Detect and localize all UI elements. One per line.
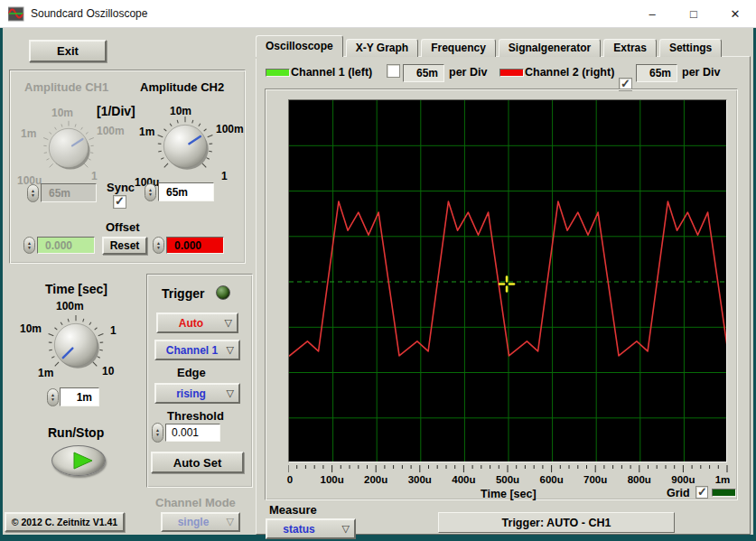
spin-down-icon: ▼ bbox=[27, 246, 32, 250]
time-knob[interactable] bbox=[43, 312, 108, 378]
tab-extras[interactable]: Extras bbox=[603, 39, 657, 57]
run-stop-button[interactable] bbox=[51, 445, 106, 476]
channel1-color-swatch bbox=[266, 69, 290, 77]
trigger-mode-value: Auto bbox=[179, 317, 203, 330]
channel1-label: Channel 1 (left) bbox=[291, 66, 372, 79]
channel1-per-div-label: per Div bbox=[449, 66, 487, 79]
offset-label: Offset bbox=[106, 220, 140, 234]
channel2-label: Channel 2 (right) bbox=[525, 66, 614, 79]
window-edge-left bbox=[0, 28, 3, 541]
copyright-button[interactable]: © 2012 C. Zeitnitz V1.41 bbox=[5, 512, 125, 532]
amplitude-ch2-knob[interactable] bbox=[153, 114, 218, 179]
x-tick-label: 300u bbox=[408, 474, 432, 485]
trigger-edge-dropdown[interactable]: rising ▽ bbox=[154, 383, 240, 404]
channel2-per-div-label: per Div bbox=[682, 66, 720, 79]
dropdown-arrow-icon: ▽ bbox=[342, 523, 350, 535]
x-tick-label: 100u bbox=[320, 474, 343, 485]
x-axis-ticks bbox=[288, 465, 728, 473]
offset-ch2-spinner[interactable]: ▲▼ bbox=[153, 237, 164, 254]
time-title: Time [sec] bbox=[45, 282, 107, 296]
trigger-mode-dropdown[interactable]: Auto ▽ bbox=[156, 312, 238, 333]
threshold-spinner[interactable]: ▲▼ bbox=[152, 423, 163, 443]
time-scale-10m: 10m bbox=[20, 322, 42, 335]
app-window: Soundcard Oszilloscope – □ ✕ Exit Amplit… bbox=[0, 0, 756, 541]
trigger-status-display: Trigger: AUTO - CH1 bbox=[438, 512, 675, 533]
channel1-per-div-value[interactable]: 65m bbox=[403, 64, 444, 82]
measure-label: Measure bbox=[269, 503, 317, 517]
x-tick-label: 700u bbox=[583, 474, 607, 485]
ch2-scale-100m: 100m bbox=[216, 123, 244, 135]
grid-label: Grid bbox=[667, 487, 690, 499]
run-stop-label: Run/Stop bbox=[48, 425, 104, 440]
trigger-edge-value: rising bbox=[176, 387, 206, 400]
offset-reset-button[interactable]: Reset bbox=[102, 237, 147, 255]
app-icon bbox=[8, 6, 24, 22]
time-spinner[interactable]: ▲▼ bbox=[47, 388, 59, 406]
dropdown-arrow-icon: ▽ bbox=[227, 344, 234, 356]
trigger-source-dropdown[interactable]: Channel 1 ▽ bbox=[154, 340, 240, 360]
x-tick-label: 0 bbox=[287, 474, 293, 485]
maximize-icon[interactable]: □ bbox=[673, 0, 714, 28]
oscilloscope-page: Channel 1 (left) 65m per Div Channel 2 (… bbox=[256, 56, 751, 535]
measure-dropdown[interactable]: status ▽ bbox=[266, 518, 356, 539]
channel1-enable-checkbox[interactable] bbox=[387, 64, 400, 78]
amplitude-ch1-title: Amplitude CH1 bbox=[24, 80, 108, 94]
amplitude-ch2-value[interactable]: 65m bbox=[158, 182, 214, 201]
time-value[interactable]: 1m bbox=[60, 387, 99, 406]
x-tick-label: 200u bbox=[364, 474, 387, 485]
oscilloscope-plot[interactable] bbox=[288, 99, 727, 462]
grid-checkbox[interactable] bbox=[695, 486, 708, 499]
time-scale-1: 1 bbox=[110, 324, 117, 337]
tab-settings[interactable]: Settings bbox=[659, 39, 722, 57]
sync-checkbox[interactable] bbox=[113, 195, 126, 209]
close-icon[interactable]: ✕ bbox=[714, 0, 756, 28]
window-edge-bottom bbox=[0, 535, 756, 541]
threshold-label: Threshold bbox=[167, 409, 224, 423]
auto-set-button[interactable]: Auto Set bbox=[151, 452, 244, 473]
ch1-scale-1m: 1m bbox=[21, 127, 36, 140]
channel-mode-value: single bbox=[178, 516, 210, 528]
amplitude-ch2-spinner[interactable]: ▲▼ bbox=[145, 183, 156, 201]
tab-oscilloscope[interactable]: Oscilloscope bbox=[256, 35, 343, 57]
edge-label: Edge bbox=[177, 366, 206, 379]
spin-down-icon[interactable]: ▼ bbox=[156, 246, 161, 250]
x-tick-label: 800u bbox=[628, 474, 651, 485]
minimize-icon[interactable]: – bbox=[631, 0, 673, 28]
measure-value: status bbox=[283, 523, 314, 536]
offset-ch1-value: 0.000 bbox=[37, 237, 95, 254]
channel2-color-swatch bbox=[499, 69, 524, 77]
dropdown-arrow-icon: ▽ bbox=[227, 387, 234, 399]
ch1-scale-10m: 10m bbox=[51, 107, 73, 119]
tab-strip: Oscilloscope X-Y Graph Frequency Signalg… bbox=[256, 35, 724, 57]
amplitude-ch1-spinner: ▲▼ bbox=[27, 184, 39, 202]
trigger-led bbox=[216, 285, 230, 300]
trigger-source-value: Channel 1 bbox=[166, 344, 218, 357]
x-tick-label: 400u bbox=[452, 474, 475, 485]
channel2-per-div-value[interactable]: 65m bbox=[636, 64, 677, 82]
amplitude-panel: Amplitude CH1 Amplitude CH2 [1/Div] 10m … bbox=[9, 70, 246, 264]
dropdown-arrow-icon: ▽ bbox=[225, 317, 232, 329]
tab-xy-graph[interactable]: X-Y Graph bbox=[346, 39, 418, 57]
tab-frequency[interactable]: Frequency bbox=[421, 39, 496, 57]
channel-mode-dropdown: single ▽ bbox=[161, 512, 240, 532]
x-tick-label: 500u bbox=[496, 474, 519, 485]
spin-down-icon: ▼ bbox=[31, 193, 35, 198]
spin-down-icon[interactable]: ▼ bbox=[51, 397, 55, 402]
spin-down-icon[interactable]: ▼ bbox=[155, 433, 160, 437]
threshold-value[interactable]: 0.001 bbox=[165, 424, 220, 442]
exit-button[interactable]: Exit bbox=[29, 40, 107, 62]
spin-down-icon[interactable]: ▼ bbox=[148, 192, 153, 197]
offset-ch2-value[interactable]: 0.000 bbox=[166, 237, 224, 254]
amplitude-ch1-value: 65m bbox=[41, 183, 97, 202]
graph-frame: 0100u200u300u400u500u600u700u800u900u1m … bbox=[265, 89, 738, 500]
x-tick-label: 600u bbox=[539, 474, 563, 485]
tab-signalgenerator[interactable]: Signalgenerator bbox=[499, 39, 601, 57]
offset-ch1-spinner: ▲▼ bbox=[23, 237, 35, 254]
sync-label: Sync bbox=[107, 181, 135, 194]
dropdown-arrow-icon: ▽ bbox=[227, 516, 234, 527]
titlebar[interactable]: Soundcard Oszilloscope – □ ✕ bbox=[0, 0, 756, 28]
channel-mode-label: Channel Mode bbox=[155, 496, 236, 509]
x-tick-label: 1m bbox=[715, 474, 731, 485]
amplitude-unit-label: [1/Div] bbox=[97, 104, 135, 118]
grid-color-swatch[interactable] bbox=[712, 489, 736, 497]
